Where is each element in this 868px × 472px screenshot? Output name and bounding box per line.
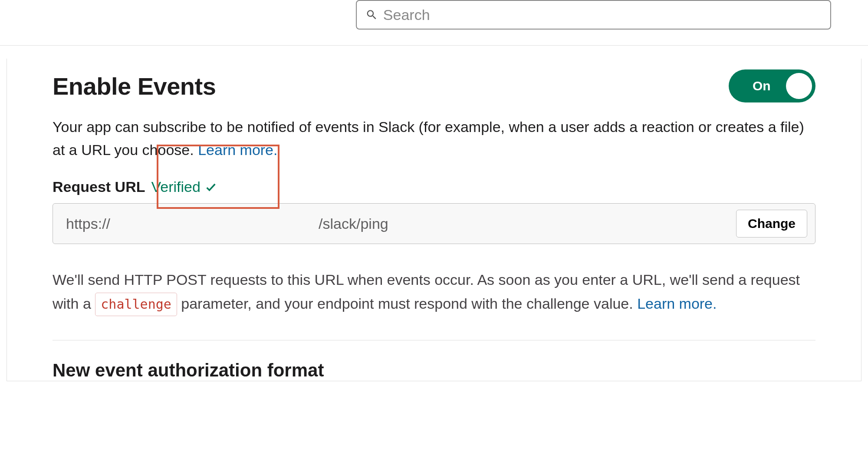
header-row: Enable Events On — [53, 69, 815, 102]
learn-more-link-2[interactable]: Learn more. — [637, 295, 717, 312]
url-path: /slack/ping — [319, 215, 388, 232]
toggle-label: On — [753, 79, 771, 93]
search-input[interactable] — [383, 7, 822, 23]
request-url-box: https:///slack/ping Change — [53, 203, 815, 244]
request-url-label: Request URL — [53, 178, 145, 195]
next-section-heading: New event authorization format — [53, 360, 815, 381]
search-icon — [365, 8, 378, 21]
request-url-value: https:///slack/ping — [66, 215, 388, 232]
divider — [53, 340, 815, 340]
events-card: Enable Events On Your app can subscribe … — [7, 59, 861, 381]
request-url-label-row: Request URL Verified — [53, 178, 815, 195]
description-text: Your app can subscribe to be notified of… — [53, 116, 815, 161]
verified-badge: Verified — [151, 178, 217, 195]
toggle-knob — [786, 73, 812, 99]
enable-events-toggle[interactable]: On — [729, 69, 815, 102]
challenge-code: challenge — [95, 293, 177, 316]
verified-text: Verified — [151, 178, 200, 195]
top-bar — [0, 0, 868, 46]
check-icon — [205, 181, 217, 193]
explain-text: We'll send HTTP POST requests to this UR… — [53, 268, 815, 316]
change-button[interactable]: Change — [736, 210, 807, 238]
url-scheme: https:// — [66, 215, 110, 232]
description-pre: Your app can subscribe to be notified of… — [53, 119, 804, 158]
learn-more-link[interactable]: Learn more. — [198, 142, 277, 158]
explain-post: parameter, and your endpoint must respon… — [177, 295, 637, 312]
search-box[interactable] — [356, 0, 831, 30]
section-title: Enable Events — [53, 72, 216, 100]
content-area: Enable Events On Your app can subscribe … — [0, 46, 868, 381]
